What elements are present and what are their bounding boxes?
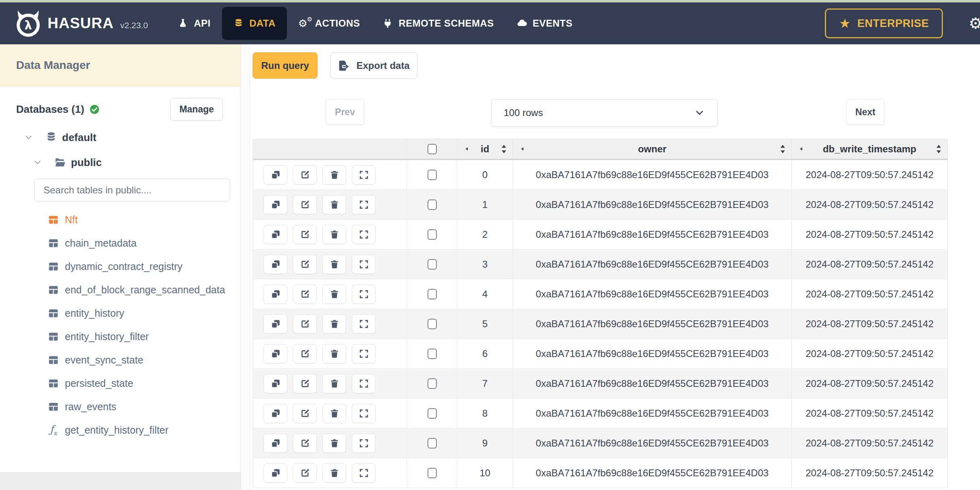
- delete-row-button[interactable]: [322, 434, 346, 453]
- nav-item-remote-schemas[interactable]: REMOTE SCHEMAS: [371, 7, 505, 40]
- edit-row-button[interactable]: [293, 434, 317, 453]
- hasura-logo[interactable]: λ HASURA v2.23.0: [14, 9, 148, 38]
- row-checkbox[interactable]: [428, 319, 437, 329]
- edit-row-button[interactable]: [293, 374, 317, 393]
- header-id[interactable]: id: [457, 139, 513, 159]
- next-page-button[interactable]: Next: [846, 99, 884, 125]
- delete-row-button[interactable]: [322, 404, 346, 423]
- expand-row-button[interactable]: [352, 225, 376, 244]
- delete-row-button[interactable]: [322, 314, 346, 334]
- cell-db-write-timestamp: 2024-08-27T09:50:57.245142: [791, 339, 947, 368]
- row-checkbox[interactable]: [428, 378, 437, 389]
- copy-icon: [270, 438, 281, 448]
- delete-row-button[interactable]: [322, 374, 346, 393]
- row-checkbox[interactable]: [428, 170, 437, 180]
- chevron-down-icon[interactable]: [23, 132, 34, 143]
- clone-row-button[interactable]: [264, 165, 287, 185]
- edit-row-button[interactable]: [293, 344, 317, 363]
- row-checkbox[interactable]: [428, 349, 437, 359]
- edit-row-button[interactable]: [293, 165, 317, 185]
- nav-item-events[interactable]: EVENTS: [505, 7, 584, 40]
- clone-row-button[interactable]: [264, 374, 287, 393]
- edit-row-button[interactable]: [293, 195, 317, 214]
- row-checkbox[interactable]: [428, 468, 437, 478]
- trash-icon: [329, 170, 340, 180]
- sidebar-table-item-entity_history[interactable]: entity_history: [0, 301, 241, 325]
- edit-row-button[interactable]: [293, 463, 317, 483]
- delete-row-button[interactable]: [322, 255, 346, 274]
- prev-page-button[interactable]: Prev: [326, 99, 364, 125]
- clone-row-button[interactable]: [264, 255, 287, 274]
- nav-item-api[interactable]: API: [166, 7, 222, 40]
- row-checkbox[interactable]: [428, 199, 437, 210]
- edit-row-button[interactable]: [293, 255, 317, 274]
- header-db-write-timestamp[interactable]: db_write_timestamp: [791, 139, 947, 159]
- row-checkbox[interactable]: [428, 438, 437, 448]
- row-checkbox[interactable]: [428, 259, 437, 270]
- sidebar-table-item-persisted_state[interactable]: persisted_state: [0, 372, 241, 395]
- row-checkbox[interactable]: [428, 229, 437, 240]
- nav-item-data[interactable]: DATA: [222, 7, 287, 40]
- edit-row-button[interactable]: [293, 314, 317, 334]
- sidebar-table-item-end_of_block_range_scanned_data[interactable]: end_of_block_range_scanned_data: [0, 278, 241, 301]
- delete-row-button[interactable]: [322, 195, 346, 214]
- sidebar-scrollbar[interactable]: [241, 44, 250, 490]
- tree-node-schema-public[interactable]: public: [0, 152, 241, 173]
- clone-row-button[interactable]: [264, 225, 287, 244]
- expand-row-button[interactable]: [352, 314, 376, 334]
- cell-db-write-timestamp: 2024-08-27T09:50:57.245142: [791, 220, 947, 249]
- clone-row-button[interactable]: [264, 344, 287, 363]
- search-tables-input[interactable]: [34, 179, 230, 201]
- expand-row-button[interactable]: [352, 434, 376, 453]
- settings-gear-icon[interactable]: ⚙: [969, 15, 980, 32]
- expand-row-button[interactable]: [352, 404, 376, 423]
- clone-row-button[interactable]: [264, 314, 287, 334]
- expand-row-button[interactable]: [352, 284, 376, 304]
- edit-row-button[interactable]: [293, 284, 317, 304]
- sidebar-table-item-entity_history_filter[interactable]: entity_history_filter: [0, 325, 241, 348]
- sort-icon[interactable]: [500, 144, 507, 154]
- sidebar-table-item-Nft[interactable]: Nft: [0, 208, 241, 231]
- sort-icon[interactable]: [935, 144, 942, 154]
- nav-item-actions[interactable]: ⚙⚙ ACTIONS: [287, 7, 372, 40]
- expand-row-button[interactable]: [352, 344, 376, 363]
- sidebar-table-item-dynamic_contract_registry[interactable]: dynamic_contract_registry: [0, 255, 241, 278]
- chevron-down-icon[interactable]: [32, 157, 43, 168]
- export-data-button[interactable]: Export data: [330, 52, 417, 79]
- header-owner[interactable]: owner: [513, 139, 791, 159]
- clone-row-button[interactable]: [264, 404, 287, 423]
- tree-node-database-default[interactable]: default: [0, 127, 241, 148]
- expand-row-button[interactable]: [352, 255, 376, 274]
- edit-row-button[interactable]: [293, 225, 317, 244]
- sort-icon[interactable]: [779, 144, 786, 154]
- run-query-button[interactable]: Run query: [253, 52, 318, 79]
- collapse-column-icon[interactable]: [464, 146, 470, 152]
- manage-button[interactable]: Manage: [170, 98, 223, 120]
- row-checkbox[interactable]: [428, 289, 437, 299]
- collapse-column-icon[interactable]: [798, 146, 804, 152]
- expand-row-button[interactable]: [352, 374, 376, 393]
- delete-row-button[interactable]: [322, 284, 346, 304]
- delete-row-button[interactable]: [322, 463, 346, 483]
- cell-owner: 0xaBA7161A7fb69c88e16ED9f455CE62B791EE4D…: [513, 160, 791, 189]
- expand-row-button[interactable]: [352, 463, 376, 483]
- clone-row-button[interactable]: [264, 434, 287, 453]
- delete-row-button[interactable]: [322, 225, 346, 244]
- row-checkbox[interactable]: [428, 408, 437, 419]
- rows-per-page-select[interactable]: 100 rows: [491, 99, 718, 127]
- expand-row-button[interactable]: [352, 195, 376, 214]
- clone-row-button[interactable]: [264, 195, 287, 214]
- sidebar-table-item-chain_metadata[interactable]: chain_metadata: [0, 231, 241, 255]
- sidebar-table-item-event_sync_state[interactable]: event_sync_state: [0, 348, 241, 372]
- delete-row-button[interactable]: [322, 344, 346, 363]
- sidebar-table-item-raw_events[interactable]: raw_events: [0, 395, 241, 418]
- clone-row-button[interactable]: [264, 284, 287, 304]
- edit-row-button[interactable]: [293, 404, 317, 423]
- delete-row-button[interactable]: [322, 165, 346, 185]
- enterprise-button[interactable]: ★ ENTERPRISE: [825, 8, 943, 38]
- select-all-checkbox[interactable]: [428, 144, 437, 154]
- collapse-column-icon[interactable]: [519, 146, 525, 152]
- sidebar-function-item[interactable]: ƒxget_entity_history_filter: [0, 418, 241, 442]
- clone-row-button[interactable]: [264, 463, 287, 483]
- expand-row-button[interactable]: [352, 165, 376, 185]
